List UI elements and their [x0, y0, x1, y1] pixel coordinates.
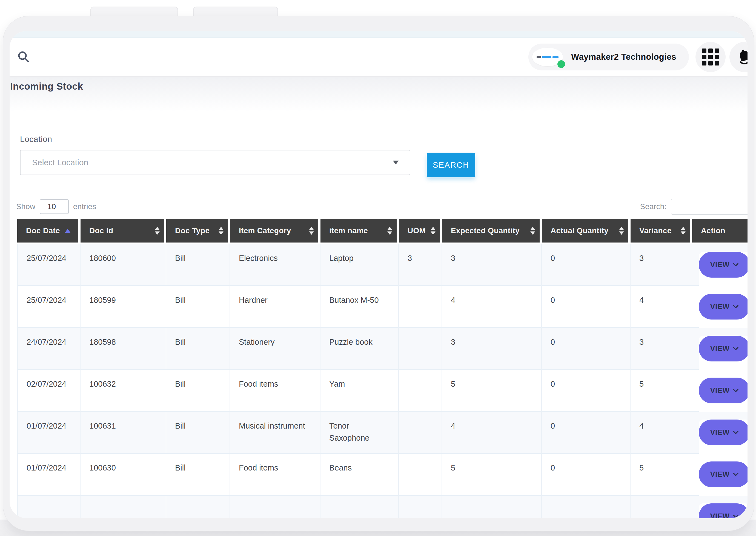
- location-label: Location: [20, 135, 747, 144]
- view-button-label: VIEW: [710, 261, 729, 269]
- cell-item_category: Food items: [230, 370, 321, 412]
- cell-item_category: [230, 496, 321, 518]
- view-button[interactable]: VIEW: [699, 503, 747, 518]
- column-header-doc_date[interactable]: Doc Date: [17, 219, 80, 244]
- cell-doc_id: 100631: [80, 412, 166, 454]
- cell-doc_date: 01/07/2024: [17, 454, 80, 496]
- cell-variance: 4: [631, 412, 692, 454]
- apps-grid-button[interactable]: [695, 42, 726, 72]
- cell-actual_quantity: 0: [542, 454, 631, 496]
- cell-doc_type: [166, 496, 230, 518]
- cell-actual_quantity: 0: [542, 412, 631, 454]
- online-status-dot: [557, 60, 565, 68]
- cell-action: VIEW: [692, 496, 747, 518]
- cell-uom: [399, 412, 442, 454]
- notifications-button[interactable]: [729, 42, 747, 72]
- cell-expected_quantity: 5: [442, 370, 542, 412]
- cell-item_name: Butanox M-50: [321, 286, 399, 328]
- show-label: Show: [16, 202, 35, 211]
- cell-doc_id: 180599: [80, 286, 166, 328]
- cell-doc_id: [80, 496, 166, 518]
- sort-asc-icon: [65, 229, 70, 233]
- cell-item_name: Yam: [321, 370, 399, 412]
- column-header-uom[interactable]: UOM: [399, 219, 442, 244]
- view-button[interactable]: VIEW: [699, 294, 747, 319]
- cell-uom: [399, 370, 442, 412]
- cell-uom: [399, 286, 442, 328]
- org-name: Waymaker2 Technologies: [571, 52, 676, 62]
- cell-expected_quantity: 3: [442, 328, 542, 370]
- table-controls: Show entries Search:: [10, 199, 747, 215]
- cell-variance: 4: [631, 286, 692, 328]
- column-label: Variance: [639, 226, 672, 235]
- cell-item_category: Musical instrument: [230, 412, 321, 454]
- cell-doc_date: 25/07/2024: [17, 244, 80, 286]
- sort-icon: [619, 227, 624, 235]
- view-button[interactable]: VIEW: [699, 252, 747, 278]
- cell-action: VIEW: [692, 370, 747, 412]
- table-row: 25/07/2024180599BillHardnerButanox M-504…: [17, 286, 747, 328]
- cell-doc_id: 180600: [80, 244, 166, 286]
- cell-expected_quantity: 4: [442, 412, 542, 454]
- cell-item_category: Stationery: [230, 328, 321, 370]
- location-row: Select Location SEARCH: [20, 150, 747, 175]
- table-row: 02/07/2024100632BillFood itemsYam505VIEW: [17, 370, 747, 412]
- view-button-label: VIEW: [710, 345, 729, 353]
- entries-count-input[interactable]: [40, 199, 69, 214]
- chevron-down-icon: [393, 161, 399, 164]
- table-search-label: Search:: [640, 202, 667, 211]
- org-logo: [532, 48, 563, 66]
- cell-doc_date: 25/07/2024: [17, 286, 80, 328]
- cell-doc_id: 100630: [80, 454, 166, 496]
- topbar: Waymaker2 Technologies: [10, 38, 747, 76]
- view-button[interactable]: VIEW: [699, 378, 747, 403]
- cell-action: VIEW: [692, 454, 747, 496]
- cell-item_name: Tenor Saxophone: [321, 412, 399, 454]
- column-header-variance[interactable]: Variance: [631, 219, 692, 244]
- location-select[interactable]: Select Location: [20, 150, 410, 175]
- column-header-item_name[interactable]: item name: [321, 219, 399, 244]
- cell-uom: [399, 496, 442, 518]
- sort-icon: [430, 227, 435, 235]
- org-badge[interactable]: Waymaker2 Technologies: [528, 44, 689, 70]
- cell-doc_type: Bill: [166, 244, 230, 286]
- view-button[interactable]: VIEW: [699, 336, 747, 361]
- cell-action: VIEW: [692, 412, 747, 454]
- cell-doc_id: 180598: [80, 328, 166, 370]
- column-header-actual_quantity[interactable]: Actual Quantity: [542, 219, 631, 244]
- column-label: Doc Type: [175, 226, 209, 235]
- cell-item_category: Hardner: [230, 286, 321, 328]
- cell-item_name: Laptop: [321, 244, 399, 286]
- cell-doc_type: Bill: [166, 286, 230, 328]
- search-icon[interactable]: [17, 50, 31, 64]
- cell-action: VIEW: [692, 244, 747, 286]
- cell-expected_quantity: 3: [442, 244, 542, 286]
- cell-doc_date: [17, 496, 80, 518]
- column-label: Item Category: [239, 226, 291, 235]
- view-button-label: VIEW: [710, 512, 729, 519]
- cell-item_category: Food items: [230, 454, 321, 496]
- column-header-expected_quantity[interactable]: Expected Quantity: [442, 219, 542, 244]
- search-button[interactable]: SEARCH: [427, 152, 475, 177]
- column-label: Doc Id: [89, 226, 113, 235]
- cell-variance: 5: [631, 454, 692, 496]
- view-button[interactable]: VIEW: [699, 419, 747, 445]
- app-screen: Waymaker2 Technologies Incoming Stock: [10, 31, 747, 518]
- entries-control: Show entries: [16, 199, 96, 214]
- table-search-control: Search:: [640, 199, 748, 215]
- table-search-input[interactable]: [671, 199, 747, 215]
- sort-icon: [530, 227, 535, 235]
- table-row: 01/07/2024100631BillMusical instrumentTe…: [17, 412, 747, 454]
- table-wrap: Doc DateDoc IdDoc TypeItem Categoryitem …: [17, 219, 747, 518]
- column-header-doc_type[interactable]: Doc Type: [166, 219, 230, 244]
- column-header-item_category[interactable]: Item Category: [230, 219, 321, 244]
- table-row: 01/07/2024100630BillFood itemsBeans505VI…: [17, 454, 747, 496]
- cell-variance: [631, 496, 692, 518]
- device-frame: Waymaker2 Technologies Incoming Stock: [3, 16, 754, 531]
- cell-doc_type: Bill: [166, 412, 230, 454]
- column-header-doc_id[interactable]: Doc Id: [80, 219, 166, 244]
- table-header-row: Doc DateDoc IdDoc TypeItem Categoryitem …: [17, 219, 747, 244]
- view-button[interactable]: VIEW: [699, 461, 747, 487]
- cell-item_name: Puzzle book: [321, 328, 399, 370]
- column-label: Actual Quantity: [551, 226, 608, 235]
